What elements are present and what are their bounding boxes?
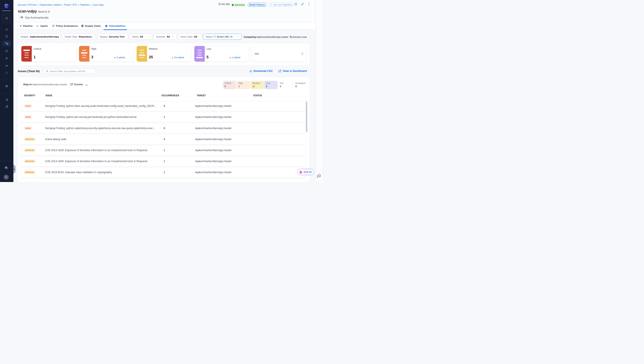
svg-text:?: ?: [6, 167, 6, 168]
